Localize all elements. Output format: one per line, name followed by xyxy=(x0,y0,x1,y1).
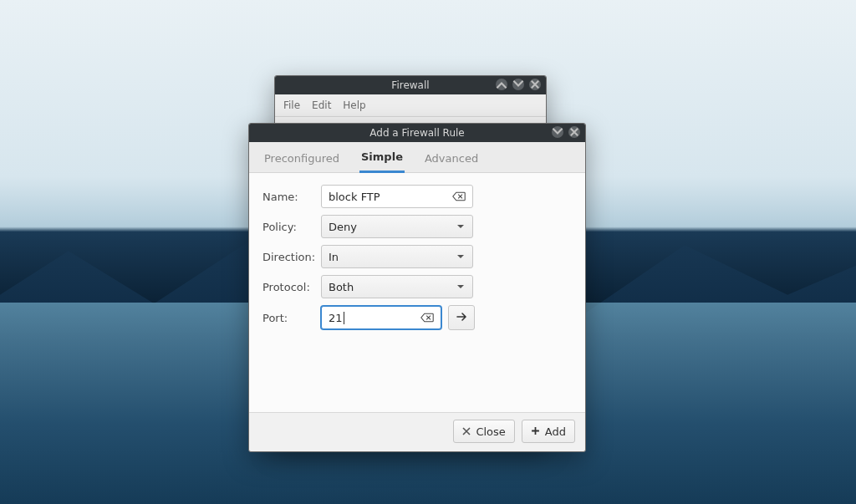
label-protocol: Protocol: xyxy=(262,281,321,293)
firewall-titlebar[interactable]: Firewall xyxy=(275,76,546,94)
tab-preconfigured[interactable]: Preconfigured xyxy=(262,145,341,172)
maximize-icon[interactable] xyxy=(552,126,563,138)
port-value: 21 xyxy=(329,312,343,324)
port-input[interactable]: 21 xyxy=(321,306,441,329)
dialog-title: Add a Firewall Rule xyxy=(369,127,464,139)
policy-value: Deny xyxy=(329,221,357,233)
tab-advanced[interactable]: Advanced xyxy=(423,145,480,172)
x-icon xyxy=(462,425,471,438)
minimize-icon[interactable] xyxy=(496,79,507,90)
backspace-icon[interactable] xyxy=(420,313,434,323)
dialog-footer: Close Add xyxy=(249,412,585,450)
tab-bar: Preconfigured Simple Advanced xyxy=(249,142,585,173)
policy-select[interactable]: Deny xyxy=(321,215,473,238)
tab-simple[interactable]: Simple xyxy=(359,144,405,173)
menu-edit[interactable]: Edit xyxy=(312,99,331,111)
firewall-title: Firewall xyxy=(391,79,429,91)
backspace-icon[interactable] xyxy=(452,191,466,201)
arrow-right-icon xyxy=(456,311,467,325)
add-rule-dialog: Add a Firewall Rule Preconfigured Simple… xyxy=(248,123,586,452)
direction-select[interactable]: In xyxy=(321,245,473,268)
menubar: File Edit Help xyxy=(275,94,546,117)
protocol-select[interactable]: Both xyxy=(321,275,473,298)
protocol-value: Both xyxy=(329,281,354,293)
dialog-titlebar[interactable]: Add a Firewall Rule xyxy=(249,124,585,142)
label-direction: Direction: xyxy=(262,251,321,263)
label-name: Name: xyxy=(262,191,321,203)
name-value: block FTP xyxy=(329,191,380,203)
direction-value: In xyxy=(329,251,339,263)
maximize-icon[interactable] xyxy=(512,79,524,90)
menu-file[interactable]: File xyxy=(283,99,300,111)
label-port: Port: xyxy=(262,312,321,324)
form-simple: Name: block FTP Policy: Deny Direction: … xyxy=(249,173,585,412)
menu-help[interactable]: Help xyxy=(343,99,365,111)
close-button[interactable]: Close xyxy=(453,420,514,443)
add-button-label: Add xyxy=(545,425,566,438)
port-lookup-button[interactable] xyxy=(448,305,475,330)
close-icon[interactable] xyxy=(568,126,580,138)
plus-icon xyxy=(531,425,540,438)
name-input[interactable]: block FTP xyxy=(321,185,473,208)
close-button-label: Close xyxy=(476,425,505,438)
close-icon[interactable] xyxy=(529,79,541,90)
text-caret xyxy=(344,312,344,324)
add-button[interactable]: Add xyxy=(522,420,575,443)
label-policy: Policy: xyxy=(262,221,321,233)
